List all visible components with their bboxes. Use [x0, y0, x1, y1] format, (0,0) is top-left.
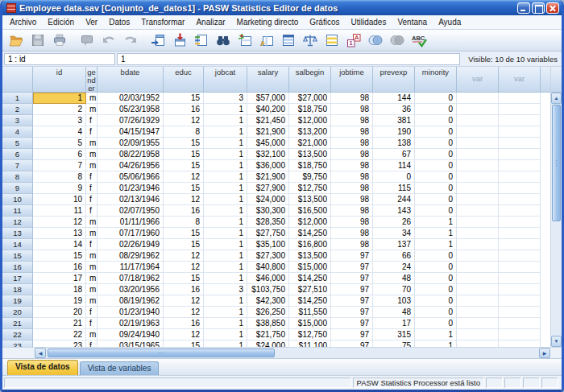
cell[interactable]: 09/24/1940	[97, 329, 164, 340]
cell[interactable]: 0	[415, 262, 457, 273]
cell[interactable]: 15	[164, 228, 204, 239]
cell[interactable]: 11	[33, 205, 86, 217]
cell[interactable]: 98	[331, 171, 373, 183]
insert-variable-icon[interactable]	[256, 31, 277, 50]
cell[interactable]: 12	[164, 171, 204, 183]
column-header-bdate[interactable]: bdate	[97, 67, 164, 93]
cell[interactable]: 07/18/1962	[97, 273, 164, 284]
cell[interactable]: 13	[33, 228, 86, 239]
cell[interactable]: 15	[33, 250, 86, 262]
vertical-scroll-track[interactable]	[551, 222, 562, 336]
cell[interactable]: 6	[33, 149, 86, 160]
cell[interactable]: $18,750	[289, 160, 331, 171]
cell[interactable]: 05/23/1958	[97, 104, 164, 115]
row-header-5[interactable]: 5	[2, 138, 33, 149]
cell[interactable]: 20	[33, 307, 86, 318]
cell[interactable]	[457, 149, 499, 160]
cell[interactable]: $32,100	[247, 149, 289, 160]
cell[interactable]: 21	[33, 318, 86, 329]
cell[interactable]: 114	[373, 160, 415, 171]
row-header-19[interactable]: 19	[2, 295, 33, 307]
cell[interactable]: 3	[204, 93, 247, 104]
cell[interactable]: 70	[373, 284, 415, 295]
cell[interactable]: 381	[373, 115, 415, 126]
column-header-gender[interactable]: gender	[86, 67, 97, 93]
cell[interactable]: 48	[373, 273, 415, 284]
cell[interactable]: 23	[33, 340, 86, 347]
cell[interactable]: 0	[415, 205, 457, 217]
close-button[interactable]	[546, 2, 559, 14]
cell[interactable]: 08/19/1962	[97, 295, 164, 307]
cell[interactable]: 97	[331, 273, 373, 284]
cell[interactable]: f	[86, 126, 97, 138]
cell[interactable]: $15,000	[289, 262, 331, 273]
cell[interactable]: $11,100	[289, 340, 331, 347]
cell[interactable]	[457, 126, 499, 138]
cell[interactable]: 98	[331, 194, 373, 205]
cell[interactable]: 0	[415, 307, 457, 318]
cell[interactable]: 1	[204, 160, 247, 171]
cell[interactable]: 138	[373, 138, 415, 149]
vertical-scroll-thumb[interactable]: ⋮	[552, 105, 561, 221]
cell[interactable]: $27,000	[289, 93, 331, 104]
cell[interactable]: 0	[415, 115, 457, 126]
cell[interactable]	[457, 250, 499, 262]
cell[interactable]	[499, 115, 541, 126]
row-header-9[interactable]: 9	[2, 183, 33, 194]
cell[interactable]: 5	[33, 138, 86, 149]
cell[interactable]: 1	[415, 217, 457, 228]
cell[interactable]	[499, 318, 541, 329]
cell[interactable]	[499, 126, 541, 138]
cell[interactable]: f	[86, 340, 97, 347]
menu-item-ver[interactable]: Ver	[80, 16, 103, 28]
cell[interactable]: 36	[373, 104, 415, 115]
cell[interactable]	[457, 307, 499, 318]
cell[interactable]	[499, 273, 541, 284]
cell[interactable]: 97	[331, 340, 373, 347]
cell[interactable]: 15	[164, 273, 204, 284]
cell[interactable]: 15	[164, 138, 204, 149]
row-header-6[interactable]: 6	[2, 149, 33, 160]
cell[interactable]: 04/15/1947	[97, 126, 164, 138]
cell[interactable]: 1	[204, 262, 247, 273]
cell[interactable]: 01/11/1966	[97, 217, 164, 228]
cell[interactable]	[499, 262, 541, 273]
cell[interactable]: $21,000	[289, 138, 331, 149]
cell[interactable]: 24	[373, 262, 415, 273]
cell[interactable]: 0	[415, 250, 457, 262]
cell[interactable]	[457, 228, 499, 239]
cell[interactable]: 12	[164, 262, 204, 273]
cell[interactable]: $24,000	[247, 194, 289, 205]
cell[interactable]: m	[86, 284, 97, 295]
row-header-7[interactable]: 7	[2, 160, 33, 171]
cell[interactable]: 2	[33, 104, 86, 115]
cell[interactable]	[499, 138, 541, 149]
cell[interactable]: 02/09/1955	[97, 138, 164, 149]
cell[interactable]: 07/26/1929	[97, 115, 164, 126]
cell[interactable]: 315	[373, 329, 415, 340]
cell[interactable]: 97	[331, 318, 373, 329]
cell[interactable]: 18	[33, 284, 86, 295]
row-header-23[interactable]: 23	[2, 340, 33, 347]
cell[interactable]: 08/29/1962	[97, 250, 164, 262]
column-header-salary[interactable]: salary	[247, 67, 289, 93]
menu-item-analizar[interactable]: Analizar	[190, 16, 230, 28]
cell[interactable]: 98	[331, 160, 373, 171]
cell[interactable]: 1	[204, 115, 247, 126]
cell[interactable]: $16,800	[289, 239, 331, 250]
cell[interactable]: m	[86, 228, 97, 239]
cell[interactable]: $27,750	[247, 228, 289, 239]
cell[interactable]	[457, 115, 499, 126]
cell[interactable]: $9,750	[289, 171, 331, 183]
cell[interactable]: 9	[33, 183, 86, 194]
grid-corner-cell[interactable]	[2, 67, 33, 93]
cell[interactable]: 3	[204, 284, 247, 295]
cell[interactable]: 1	[204, 149, 247, 160]
cell[interactable]: m	[86, 149, 97, 160]
menu-item-edici-n[interactable]: Edición	[42, 16, 80, 28]
cell[interactable]: $26,250	[247, 307, 289, 318]
cell[interactable]: 4	[33, 126, 86, 138]
cell[interactable]: 98	[331, 126, 373, 138]
cell[interactable]: 97	[331, 307, 373, 318]
row-header-18[interactable]: 18	[2, 284, 33, 295]
